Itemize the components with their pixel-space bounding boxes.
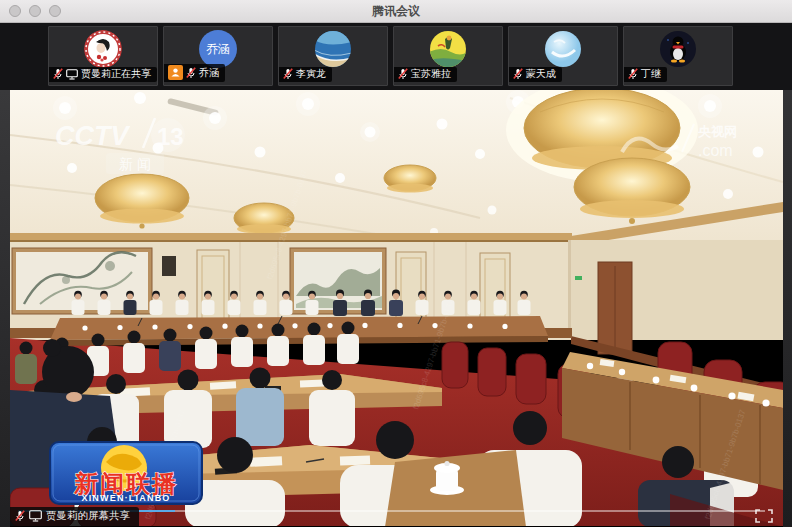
window-titlebar: 腾讯会议 — [0, 0, 792, 23]
participant-name: 蒙天成 — [526, 68, 556, 80]
participant-name: 丁继 — [641, 68, 661, 80]
meeting-room-scene: .h{fill:#17171a}.sk{fill:#d8ab8c}.w{fill… — [10, 90, 783, 527]
participant-tile[interactable]: 宝苏雅拉 — [393, 26, 503, 86]
door-right-wall — [598, 262, 632, 354]
avatar-penguin — [659, 30, 697, 68]
mic-off-icon — [628, 68, 638, 80]
shared-screen-video[interactable]: .h{fill:#17171a}.sk{fill:#d8ab8c}.w{fill… — [10, 90, 783, 527]
svg-text:央视网: 央视网 — [698, 124, 737, 139]
teacup-desk — [385, 450, 526, 527]
svg-text:CCTV: CCTV — [55, 121, 130, 151]
zoom-window-button[interactable] — [49, 5, 61, 17]
participant-tile-self[interactable]: 乔涵 乔涵 — [163, 26, 273, 86]
participant-tile[interactable]: 李寅龙 — [278, 26, 388, 86]
svg-text:.com: .com — [698, 142, 733, 159]
close-window-button[interactable] — [9, 5, 21, 17]
participant-name: 李寅龙 — [296, 68, 326, 80]
participant-tile-sharer[interactable]: 贾曼莉正在共享 — [48, 26, 158, 86]
self-user-icon — [168, 65, 183, 80]
participant-name: 宝苏雅拉 — [411, 68, 451, 80]
wall-speaker — [162, 256, 176, 276]
mic-off-icon — [283, 68, 293, 80]
participant-name-badge: 蒙天成 — [509, 67, 562, 82]
share-status-badge: 贾曼莉的屏幕共享 — [10, 507, 139, 526]
participant-name-badge: 李寅龙 — [279, 67, 332, 82]
avatar — [84, 30, 122, 68]
traffic-lights — [9, 5, 61, 17]
participant-name-badge: 宝苏雅拉 — [394, 67, 457, 82]
participant-name: 贾曼莉正在共享 — [81, 68, 151, 80]
mic-off-icon — [186, 67, 196, 79]
participant-name: 乔涵 — [199, 67, 219, 79]
screen-share-icon — [66, 69, 78, 80]
participant-strip: 贾曼莉正在共享 乔涵 乔涵 — [0, 23, 792, 90]
head-table — [50, 316, 548, 346]
svg-text:XINWEN·LIANBO: XINWEN·LIANBO — [81, 493, 170, 503]
mic-off-icon — [53, 68, 63, 80]
mic-off-icon — [15, 510, 25, 522]
svg-text:13: 13 — [157, 123, 184, 150]
avatar-initials: 乔涵 — [199, 30, 237, 68]
exit-light — [575, 276, 582, 280]
participant-tile[interactable]: 丁继 — [623, 26, 733, 86]
share-status-text: 贾曼莉的屏幕共享 — [46, 509, 130, 523]
fullscreen-button[interactable] — [755, 509, 773, 523]
right-gutter — [783, 90, 792, 527]
window-title: 腾讯会议 — [372, 3, 420, 20]
participant-name-badge: 贾曼莉正在共享 — [49, 67, 157, 82]
left-gutter — [0, 90, 10, 527]
avatar-sky — [544, 30, 582, 68]
participant-name-badge: 乔涵 — [164, 64, 225, 82]
screen-share-icon — [29, 510, 42, 522]
mic-off-icon — [513, 68, 523, 80]
door — [197, 250, 229, 328]
xinwen-lianbo-logo: 新闻联播 XINWEN·LIANBO — [50, 442, 202, 504]
mic-off-icon — [398, 68, 408, 80]
avatar-cartoon — [429, 30, 467, 68]
participant-tile[interactable]: 蒙天成 — [508, 26, 618, 86]
avatar-beach-photo — [314, 30, 352, 68]
minimize-window-button[interactable] — [29, 5, 41, 17]
participant-name-badge: 丁继 — [624, 67, 667, 82]
svg-text:新 闻: 新 闻 — [119, 156, 151, 172]
